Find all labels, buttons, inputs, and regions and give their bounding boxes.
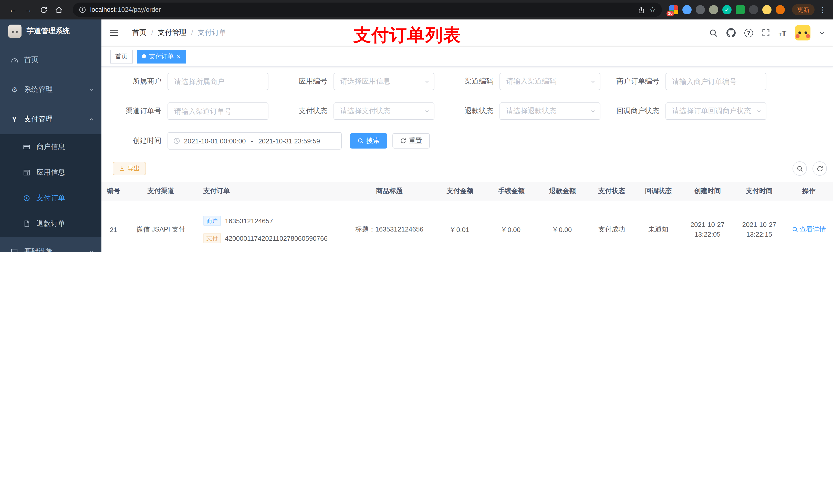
- filter-form: 所属商户 应用编号 请选择应用信息 渠道编码: [101, 67, 833, 150]
- tags-view-bar: 首页 支付订单 ×: [101, 47, 833, 67]
- content: 所属商户 应用编号 请选择应用信息 渠道编码: [101, 67, 833, 252]
- close-icon[interactable]: ×: [177, 53, 181, 60]
- url-host: localhost: [90, 6, 116, 13]
- sidebar: 芋道管理系统 首页 ⚙ 系统管理 ¥ 支付: [0, 20, 101, 252]
- pay-amount: ¥ 0.01: [434, 201, 486, 252]
- notify-status: 未通知: [635, 201, 681, 252]
- col-pay-amount: 支付金额: [434, 182, 486, 201]
- github-icon[interactable]: [726, 28, 735, 38]
- sidebar-item-home[interactable]: 首页: [0, 45, 101, 75]
- font-size-icon[interactable]: TT: [779, 28, 786, 37]
- sidebar-menu: 首页 ⚙ 系统管理 ¥ 支付管理: [0, 43, 101, 252]
- profile-avatar-icon[interactable]: [776, 5, 785, 14]
- collapse-menu-icon[interactable]: [110, 29, 119, 37]
- date-separator: -: [251, 137, 253, 145]
- back-icon[interactable]: ←: [6, 3, 20, 16]
- payment-submenu: 商户信息 应用信息 支付订单: [0, 134, 101, 237]
- extension-icon-8[interactable]: [762, 5, 771, 14]
- header-actions: ? TT: [709, 25, 825, 41]
- breadcrumb-home[interactable]: 首页: [132, 28, 146, 38]
- address-bar[interactable]: localhost:1024/pay/order ☆: [73, 3, 662, 17]
- chevron-down-icon: [424, 79, 430, 84]
- reload-icon[interactable]: [37, 3, 50, 16]
- tab-home[interactable]: 首页: [110, 49, 133, 63]
- extension-icon-5[interactable]: ✓: [722, 5, 732, 14]
- export-button[interactable]: 导出: [113, 162, 146, 175]
- share-icon[interactable]: [638, 6, 645, 14]
- breadcrumb: 首页 / 支付管理 / 支付订单: [132, 28, 227, 38]
- refund-amount: ¥ 0.00: [537, 201, 588, 252]
- fullscreen-icon[interactable]: [762, 29, 770, 37]
- sidebar-item-refund-order[interactable]: 退款订单: [0, 211, 101, 237]
- extension-icon-6[interactable]: [736, 5, 745, 14]
- sidebar-item-infra[interactable]: 基础设施: [0, 237, 101, 252]
- table-header-row: 编号 支付渠道 支付订单 商品标题 支付金额 手续金额 退款金额 支付状态 回调…: [101, 182, 833, 201]
- browser-menu-icon[interactable]: ⋮: [819, 6, 827, 14]
- sidebar-item-system[interactable]: ⚙ 系统管理: [0, 75, 101, 104]
- search-icon[interactable]: [709, 28, 717, 37]
- pay-status: 支付成功: [588, 201, 635, 252]
- sidebar-item-pay-order[interactable]: 支付订单: [0, 186, 101, 211]
- bookmark-star-icon[interactable]: ☆: [649, 6, 656, 14]
- help-icon[interactable]: ?: [744, 28, 753, 37]
- fee-amount: ¥ 0.00: [486, 201, 537, 252]
- notify-status-select[interactable]: 请选择订单回调商户状态: [665, 102, 766, 120]
- main-panel: 支付订单列表 首页 / 支付管理 / 支付订单: [101, 20, 833, 252]
- app-select[interactable]: 请选择应用信息: [334, 73, 434, 90]
- extension-icon-4[interactable]: [709, 5, 718, 14]
- col-actions: 操作: [785, 182, 833, 201]
- search-button[interactable]: 搜索: [350, 133, 387, 148]
- reset-button[interactable]: 重置: [392, 133, 430, 148]
- header: 首页 / 支付管理 / 支付订单 ?: [101, 20, 833, 47]
- site-info-icon[interactable]: [79, 6, 86, 13]
- sidebar-item-label: 支付管理: [24, 115, 53, 124]
- tab-pay-order[interactable]: 支付订单 ×: [137, 49, 186, 63]
- chevron-down-icon[interactable]: [819, 30, 825, 35]
- screen: ← → localhost:1024/pay/order ☆ 10: [0, 0, 833, 252]
- sidebar-item-app-info[interactable]: 应用信息: [0, 160, 101, 186]
- monitor-icon: [10, 248, 19, 252]
- merchant-order-no-input[interactable]: [665, 73, 766, 90]
- extension-icon-2[interactable]: [682, 5, 692, 14]
- merchant-order-no: 1635312124657: [225, 217, 273, 224]
- refresh-button[interactable]: [812, 161, 827, 176]
- channel-order-no-input[interactable]: [168, 102, 268, 120]
- refund-status-select[interactable]: 请选择退款状态: [499, 102, 600, 120]
- breadcrumb-payment[interactable]: 支付管理: [158, 28, 187, 38]
- sidebar-item-merchant-info[interactable]: 商户信息: [0, 134, 101, 160]
- sidebar-item-payment[interactable]: ¥ 支付管理: [0, 104, 101, 134]
- sidebar-item-label: 退款订单: [37, 219, 65, 229]
- table-row[interactable]: 21 微信 JSAPI 支付 商户1635312124657 支付4200001…: [101, 201, 833, 252]
- chevron-up-icon: [89, 117, 94, 122]
- pay-tag: 支付: [204, 233, 221, 243]
- forward-icon[interactable]: →: [22, 3, 35, 16]
- pay-status-select[interactable]: 请选择支付状态: [334, 102, 434, 120]
- avatar[interactable]: [795, 25, 810, 41]
- extension-icon-1[interactable]: 10: [669, 5, 678, 14]
- url-path: :1024/pay/order: [116, 6, 161, 13]
- col-title: 商品标题: [344, 182, 434, 201]
- browser-toolbar: ← → localhost:1024/pay/order ☆ 10: [0, 0, 833, 20]
- home-icon[interactable]: [52, 3, 66, 16]
- view-detail-link[interactable]: 查看详情: [792, 225, 826, 234]
- active-dot: [142, 54, 146, 58]
- chevron-down-icon: [89, 87, 94, 93]
- field-label: 支付状态: [275, 106, 334, 116]
- field-label: 渠道订单号: [109, 106, 168, 116]
- pay-order-cell: 商户1635312124657 支付4200001174202110278060…: [196, 201, 344, 252]
- merchant-input[interactable]: [168, 73, 268, 90]
- logo[interactable]: 芋道管理系统: [0, 20, 101, 43]
- col-fee-amount: 手续金额: [486, 182, 537, 201]
- create-time-range-picker[interactable]: 2021-10-01 00:00:00 - 2021-10-31 23:59:5…: [168, 132, 342, 149]
- chrome-update-chip[interactable]: 更新: [792, 4, 814, 15]
- channel-code-select[interactable]: 请输入渠道编码: [499, 73, 600, 90]
- toggle-search-button[interactable]: [792, 161, 807, 176]
- sidebar-item-label: 首页: [24, 55, 39, 65]
- extension-icon-3[interactable]: [696, 5, 705, 14]
- field-label: 所属商户: [109, 77, 168, 86]
- col-pay-status: 支付状态: [588, 182, 635, 201]
- merchant-tag: 商户: [204, 216, 221, 226]
- logo-image: [8, 25, 22, 38]
- extension-icon-7[interactable]: [749, 5, 758, 14]
- app-title: 芋道管理系统: [27, 27, 70, 36]
